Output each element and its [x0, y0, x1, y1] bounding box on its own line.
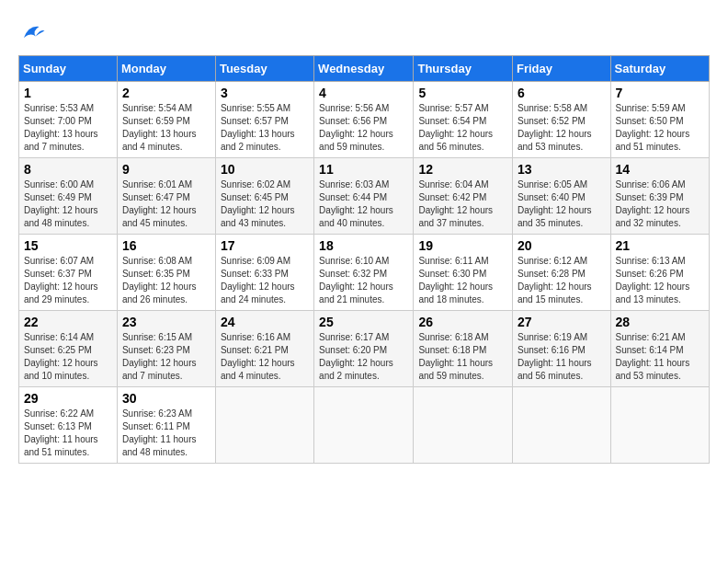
- calendar-cell: 24Sunrise: 6:16 AMSunset: 6:21 PMDayligh…: [215, 311, 313, 387]
- calendar-cell: 9Sunrise: 6:01 AMSunset: 6:47 PMDaylight…: [117, 158, 215, 235]
- day-number: 8: [24, 162, 112, 177]
- calendar-week-row: 15Sunrise: 6:07 AMSunset: 6:37 PMDayligh…: [19, 235, 710, 311]
- page-header: [18, 18, 710, 46]
- calendar-week-row: 1Sunrise: 5:53 AMSunset: 7:00 PMDaylight…: [19, 82, 710, 158]
- calendar-cell: [414, 387, 513, 464]
- day-detail: Sunrise: 6:11 AMSunset: 6:30 PMDaylight:…: [418, 255, 507, 306]
- calendar-cell: 29Sunrise: 6:22 AMSunset: 6:13 PMDayligh…: [19, 387, 118, 464]
- day-number: 13: [518, 162, 606, 177]
- day-number: 11: [319, 162, 408, 177]
- day-detail: Sunrise: 6:23 AMSunset: 6:11 PMDaylight:…: [122, 408, 210, 459]
- day-number: 24: [221, 315, 309, 329]
- day-number: 26: [418, 315, 507, 329]
- day-number: 7: [616, 86, 704, 100]
- day-detail: Sunrise: 6:19 AMSunset: 6:16 PMDaylight:…: [518, 331, 606, 383]
- day-number: 17: [221, 238, 309, 253]
- day-number: 25: [319, 315, 408, 329]
- day-detail: Sunrise: 6:01 AMSunset: 6:47 PMDaylight:…: [122, 178, 210, 230]
- day-detail: Sunrise: 5:58 AMSunset: 6:52 PMDaylight:…: [518, 102, 606, 154]
- calendar-cell: 8Sunrise: 6:00 AMSunset: 6:49 PMDaylight…: [19, 158, 118, 235]
- calendar-week-row: 22Sunrise: 6:14 AMSunset: 6:25 PMDayligh…: [19, 311, 710, 387]
- day-detail: Sunrise: 5:57 AMSunset: 6:54 PMDaylight:…: [418, 102, 507, 154]
- calendar-cell: 4Sunrise: 5:56 AMSunset: 6:56 PMDaylight…: [314, 82, 414, 158]
- day-number: 29: [24, 391, 112, 406]
- column-header-wednesday: Wednesday: [314, 56, 414, 82]
- day-detail: Sunrise: 6:09 AMSunset: 6:33 PMDaylight:…: [221, 255, 309, 306]
- day-number: 23: [122, 315, 210, 329]
- day-detail: Sunrise: 6:16 AMSunset: 6:21 PMDaylight:…: [221, 331, 309, 383]
- calendar-cell: 27Sunrise: 6:19 AMSunset: 6:16 PMDayligh…: [513, 311, 611, 387]
- day-number: 4: [319, 86, 408, 100]
- calendar-cell: 22Sunrise: 6:14 AMSunset: 6:25 PMDayligh…: [19, 311, 118, 387]
- day-number: 18: [319, 238, 408, 253]
- day-number: 12: [418, 162, 507, 177]
- day-detail: Sunrise: 6:17 AMSunset: 6:20 PMDaylight:…: [319, 331, 408, 383]
- day-detail: Sunrise: 6:05 AMSunset: 6:40 PMDaylight:…: [518, 178, 606, 230]
- calendar-cell: 25Sunrise: 6:17 AMSunset: 6:20 PMDayligh…: [314, 311, 414, 387]
- logo: [18, 18, 50, 46]
- calendar-cell: [314, 387, 414, 464]
- logo-icon: [18, 18, 46, 46]
- day-detail: Sunrise: 6:14 AMSunset: 6:25 PMDaylight:…: [24, 331, 112, 383]
- calendar-cell: 13Sunrise: 6:05 AMSunset: 6:40 PMDayligh…: [513, 158, 611, 235]
- calendar-cell: 30Sunrise: 6:23 AMSunset: 6:11 PMDayligh…: [117, 387, 215, 464]
- day-detail: Sunrise: 6:12 AMSunset: 6:28 PMDaylight:…: [518, 255, 606, 306]
- calendar-week-row: 29Sunrise: 6:22 AMSunset: 6:13 PMDayligh…: [19, 387, 710, 464]
- day-detail: Sunrise: 6:18 AMSunset: 6:18 PMDaylight:…: [418, 331, 507, 383]
- calendar-cell: 10Sunrise: 6:02 AMSunset: 6:45 PMDayligh…: [215, 158, 313, 235]
- day-number: 2: [122, 86, 210, 100]
- day-number: 10: [221, 162, 309, 177]
- day-number: 1: [24, 86, 112, 100]
- calendar-cell: 3Sunrise: 5:55 AMSunset: 6:57 PMDaylight…: [215, 82, 313, 158]
- calendar-cell: 14Sunrise: 6:06 AMSunset: 6:39 PMDayligh…: [610, 158, 709, 235]
- calendar-cell: 18Sunrise: 6:10 AMSunset: 6:32 PMDayligh…: [314, 235, 414, 311]
- day-detail: Sunrise: 6:00 AMSunset: 6:49 PMDaylight:…: [24, 178, 112, 230]
- day-detail: Sunrise: 6:21 AMSunset: 6:14 PMDaylight:…: [616, 331, 704, 383]
- day-detail: Sunrise: 6:02 AMSunset: 6:45 PMDaylight:…: [221, 178, 309, 230]
- day-number: 14: [616, 162, 704, 177]
- day-detail: Sunrise: 6:07 AMSunset: 6:37 PMDaylight:…: [24, 255, 112, 306]
- day-detail: Sunrise: 5:53 AMSunset: 7:00 PMDaylight:…: [24, 102, 112, 154]
- calendar-cell: [215, 387, 313, 464]
- day-number: 5: [418, 86, 507, 100]
- day-number: 28: [616, 315, 704, 329]
- column-header-friday: Friday: [513, 56, 611, 82]
- day-number: 9: [122, 162, 210, 177]
- day-number: 6: [518, 86, 606, 100]
- day-number: 20: [518, 238, 606, 253]
- calendar-cell: 26Sunrise: 6:18 AMSunset: 6:18 PMDayligh…: [414, 311, 513, 387]
- day-number: 22: [24, 315, 112, 329]
- calendar-cell: 20Sunrise: 6:12 AMSunset: 6:28 PMDayligh…: [513, 235, 611, 311]
- column-header-tuesday: Tuesday: [215, 56, 313, 82]
- day-detail: Sunrise: 6:06 AMSunset: 6:39 PMDaylight:…: [616, 178, 704, 230]
- day-detail: Sunrise: 5:56 AMSunset: 6:56 PMDaylight:…: [319, 102, 408, 154]
- calendar-cell: 28Sunrise: 6:21 AMSunset: 6:14 PMDayligh…: [610, 311, 709, 387]
- day-number: 3: [221, 86, 309, 100]
- day-detail: Sunrise: 5:54 AMSunset: 6:59 PMDaylight:…: [122, 102, 210, 154]
- day-detail: Sunrise: 5:55 AMSunset: 6:57 PMDaylight:…: [221, 102, 309, 154]
- calendar-cell: 16Sunrise: 6:08 AMSunset: 6:35 PMDayligh…: [117, 235, 215, 311]
- day-detail: Sunrise: 6:04 AMSunset: 6:42 PMDaylight:…: [418, 178, 507, 230]
- calendar-cell: 2Sunrise: 5:54 AMSunset: 6:59 PMDaylight…: [117, 82, 215, 158]
- day-number: 16: [122, 238, 210, 253]
- calendar-cell: 7Sunrise: 5:59 AMSunset: 6:50 PMDaylight…: [610, 82, 709, 158]
- day-number: 27: [518, 315, 606, 329]
- calendar-cell: 12Sunrise: 6:04 AMSunset: 6:42 PMDayligh…: [414, 158, 513, 235]
- calendar-cell: 17Sunrise: 6:09 AMSunset: 6:33 PMDayligh…: [215, 235, 313, 311]
- calendar-cell: 5Sunrise: 5:57 AMSunset: 6:54 PMDaylight…: [414, 82, 513, 158]
- day-number: 30: [122, 391, 210, 406]
- calendar-header-row: SundayMondayTuesdayWednesdayThursdayFrid…: [19, 56, 710, 82]
- calendar-cell: 6Sunrise: 5:58 AMSunset: 6:52 PMDaylight…: [513, 82, 611, 158]
- day-detail: Sunrise: 6:08 AMSunset: 6:35 PMDaylight:…: [122, 255, 210, 306]
- day-number: 19: [418, 238, 507, 253]
- column-header-sunday: Sunday: [19, 56, 118, 82]
- calendar-week-row: 8Sunrise: 6:00 AMSunset: 6:49 PMDaylight…: [19, 158, 710, 235]
- calendar-cell: 1Sunrise: 5:53 AMSunset: 7:00 PMDaylight…: [19, 82, 118, 158]
- calendar-cell: 19Sunrise: 6:11 AMSunset: 6:30 PMDayligh…: [414, 235, 513, 311]
- day-detail: Sunrise: 6:22 AMSunset: 6:13 PMDaylight:…: [24, 408, 112, 459]
- day-detail: Sunrise: 6:10 AMSunset: 6:32 PMDaylight:…: [319, 255, 408, 306]
- calendar-cell: 23Sunrise: 6:15 AMSunset: 6:23 PMDayligh…: [117, 311, 215, 387]
- calendar-cell: [513, 387, 611, 464]
- calendar-cell: [610, 387, 709, 464]
- day-detail: Sunrise: 6:03 AMSunset: 6:44 PMDaylight:…: [319, 178, 408, 230]
